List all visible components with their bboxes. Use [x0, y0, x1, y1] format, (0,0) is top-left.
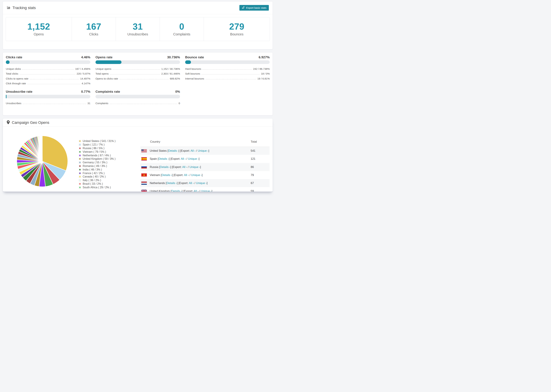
legend-item[interactable]: Vietnam ( 79 / 5% ) — [79, 150, 115, 154]
rates-grid: Clicks rate 4.46% Unique clicks 167 / 4.… — [3, 53, 273, 105]
legend-label: India ( 46 / 3% ) — [83, 168, 102, 171]
legend-label: Italy ( 36 / 2% ) — [83, 179, 101, 182]
rate-detail-row: Soft bounces 18 / 0% — [185, 71, 270, 76]
progress-bar-track — [185, 60, 270, 64]
detail-value: 14.497% — [80, 77, 90, 81]
export-all-link[interactable]: All › — [184, 173, 189, 176]
export-unique-link[interactable]: Unique › — [188, 157, 199, 160]
legend-label: Canada ( 40 / 2% ) — [83, 175, 106, 178]
details-link[interactable]: Details › — [162, 173, 172, 176]
rate-value: 0.77% — [81, 90, 90, 94]
detail-label: Total opens — [95, 72, 109, 76]
detail-label: Complaints — [95, 102, 108, 105]
progress-bar-fill — [6, 95, 7, 98]
detail-value: 1,152 / 30.736% — [161, 67, 180, 71]
country-name: Spain — [150, 157, 157, 160]
legend-item[interactable]: Romania ( 49 / 3% ) — [79, 164, 115, 168]
detail-value: 689.82% — [170, 77, 180, 81]
detail-label: Opens to clicks rate — [95, 77, 118, 81]
export-all-link[interactable]: All › — [181, 157, 186, 160]
details-link[interactable]: Details › — [160, 165, 170, 168]
stat-label: Clicks — [89, 32, 98, 36]
legend-item[interactable]: Spain ( 121 / 7% ) — [79, 143, 115, 147]
stat-label: Unsubscribes — [127, 32, 148, 36]
progress-bar-track — [95, 60, 180, 64]
rate-block: Clicks rate 4.46% Unique clicks 167 / 4.… — [6, 55, 90, 85]
legend-item[interactable]: Netherlands ( 67 / 4% ) — [79, 154, 115, 157]
stat-label: Bounces — [230, 32, 243, 36]
stat-value: 167 — [86, 22, 101, 31]
summary-stat: 31 Unsubscribes — [116, 17, 160, 41]
country-name: Netherlands — [150, 182, 165, 185]
legend-color-chip — [79, 172, 81, 174]
country-total: 67 — [251, 182, 269, 185]
export-unique-link[interactable]: Unique › — [191, 173, 202, 176]
rate-block: Bounce rate 6.927% Hard bounces 242 / 86… — [185, 55, 270, 85]
legend-color-chip — [79, 183, 81, 185]
detail-value: 242 / 86.738% — [253, 67, 270, 71]
legend-color-chip — [79, 169, 81, 171]
section-title: Campaign Geo Opens — [12, 120, 49, 125]
detail-label: Click through rate — [6, 82, 26, 85]
export-all-link[interactable]: All › — [189, 182, 194, 185]
legend-item[interactable]: Brazil ( 33 / 2% ) — [79, 182, 115, 186]
legend-color-chip — [79, 179, 81, 181]
rate-title: Complaints rate — [95, 90, 120, 94]
details-link[interactable]: Details › — [171, 189, 182, 192]
legend-color-chip — [79, 176, 81, 178]
details-link[interactable]: Details › — [158, 157, 169, 160]
legend-item[interactable]: United Kingdom ( 59 / 3% ) — [79, 157, 115, 161]
legend-item[interactable]: South Africa ( 29 / 2% ) — [79, 186, 115, 189]
flag-us-icon — [141, 149, 147, 152]
rate-block: Opens rate 30.736% Unique opens 1,152 / … — [95, 55, 180, 85]
legend-item[interactable]: Russia ( 86 / 5% ) — [79, 147, 115, 150]
legend-item[interactable]: India ( 46 / 3% ) — [79, 168, 115, 171]
rate-detail-row: Click through rate 4.147% — [6, 81, 90, 86]
progress-bar-fill — [185, 60, 191, 64]
detail-label: Internal bounces — [185, 77, 204, 81]
legend-item[interactable]: United States ( 541 / 31% ) — [79, 139, 115, 143]
country-total: 86 — [251, 165, 269, 169]
export-basic-stats-button[interactable]: Export basic stats — [239, 5, 269, 11]
rate-value: 0% — [175, 90, 180, 94]
country-total: 79 — [251, 173, 269, 177]
rate-detail-row: Total clicks 220 / 5.87% — [6, 71, 90, 76]
table-row: United Kingdom [Details ›] [Export: All … — [140, 187, 269, 192]
dotted-leader — [119, 79, 169, 79]
rate-detail-row: Internal bounces 19 / 6.81% — [185, 76, 270, 81]
legend-color-chip — [79, 154, 81, 156]
legend-color-chip — [79, 144, 81, 146]
stat-value: 0 — [179, 22, 184, 31]
details-link[interactable]: Details › — [168, 149, 179, 152]
export-all-link[interactable]: All › — [194, 189, 198, 192]
details-link[interactable]: Details › — [167, 182, 177, 185]
export-unique-link[interactable]: Unique › — [201, 189, 212, 192]
tracking-stats-card: Tracking stats Export basic stats 1,152 … — [3, 1, 273, 49]
detail-label: Unique opens — [95, 67, 111, 71]
detail-value: 31 — [87, 102, 90, 105]
export-all-link[interactable]: All › — [182, 165, 187, 168]
legend-item[interactable]: Italy ( 36 / 2% ) — [79, 179, 115, 182]
progress-bar-fill — [95, 60, 121, 64]
legend-item[interactable]: Germany ( 55 / 3% ) — [79, 161, 115, 164]
export-unique-link[interactable]: Unique › — [196, 182, 207, 185]
legend-label: Germany ( 55 / 3% ) — [83, 161, 107, 164]
legend-label: Vietnam ( 79 / 5% ) — [83, 150, 106, 154]
legend-item[interactable]: France ( 42 / 2% ) — [79, 171, 115, 175]
dotted-leader — [23, 104, 86, 104]
export-unique-link[interactable]: Unique › — [190, 165, 200, 168]
rates-card: Clicks rate 4.46% Unique clicks 167 / 4.… — [3, 52, 273, 115]
rate-detail-row: Clicks to opens rate 14.497% — [6, 76, 90, 81]
export-all-link[interactable]: All › — [191, 149, 195, 152]
summary-strip: 1,152 Opens 167 Clicks 31 Unsubscribes 0… — [6, 17, 270, 41]
rate-detail-row: Complaints 0 — [95, 100, 180, 105]
legend-label: Netherlands ( 67 / 4% ) — [83, 154, 111, 157]
export-unique-link[interactable]: Unique › — [198, 149, 208, 152]
legend-item[interactable]: Canada ( 40 / 2% ) — [79, 175, 115, 179]
legend-label: Russia ( 86 / 5% ) — [83, 147, 104, 150]
dotted-leader — [27, 84, 81, 84]
table-row: Spain [Details ›] [Export: All › / Uniqu… — [140, 155, 269, 163]
flag-nl-icon — [141, 182, 147, 185]
legend-color-chip — [79, 147, 81, 149]
stat-value: 279 — [229, 22, 244, 31]
